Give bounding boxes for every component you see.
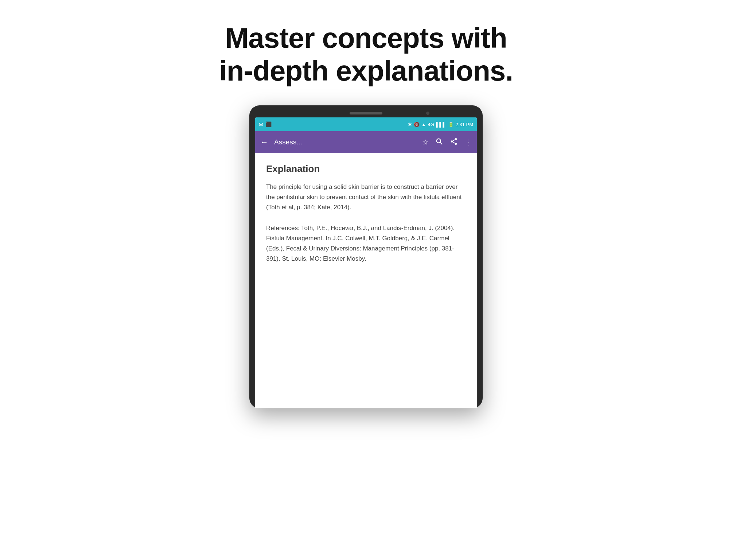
- tablet-camera: [426, 112, 429, 115]
- content-area: Explanation The principle for using a so…: [255, 153, 477, 408]
- wifi-icon: ▲: [421, 122, 426, 127]
- star-button[interactable]: ☆: [422, 138, 429, 147]
- bars-icon: ▌▌▌: [436, 122, 446, 127]
- explanation-body: The principle for using a solid skin bar…: [266, 182, 466, 213]
- mute-icon: 🔇: [414, 122, 420, 127]
- app-bar-icons: ☆ ⋮: [422, 137, 472, 147]
- back-button[interactable]: ←: [260, 137, 268, 147]
- status-bar-left: ✉ ⬛: [259, 121, 272, 127]
- share-button[interactable]: [450, 137, 458, 147]
- bluetooth-icon: ✱: [408, 122, 412, 127]
- search-button[interactable]: [435, 137, 443, 147]
- image-icon: ⬛: [265, 121, 272, 127]
- page-title: Master concepts with in-depth explanatio…: [219, 22, 513, 87]
- tablet-device: ✉ ⬛ ✱ 🔇 ▲ 4G ▌▌▌ 🔋 2:31 PM ← Assess... ☆: [249, 105, 483, 408]
- svg-line-1: [440, 142, 442, 144]
- signal-icon: 4G: [428, 122, 434, 127]
- status-bar: ✉ ⬛ ✱ 🔇 ▲ 4G ▌▌▌ 🔋 2:31 PM: [255, 117, 477, 131]
- tablet-screen: ✉ ⬛ ✱ 🔇 ▲ 4G ▌▌▌ 🔋 2:31 PM ← Assess... ☆: [255, 117, 477, 408]
- references-body: References: Toth, P.E., Hocevar, B.J., a…: [266, 223, 466, 264]
- svg-line-6: [453, 140, 455, 141]
- svg-line-5: [453, 142, 455, 143]
- app-bar: ← Assess... ☆: [255, 131, 477, 153]
- tablet-speaker: [350, 112, 382, 114]
- tablet-top-bar: [255, 112, 477, 114]
- more-button[interactable]: ⋮: [464, 138, 472, 147]
- status-bar-right: ✱ 🔇 ▲ 4G ▌▌▌ 🔋 2:31 PM: [408, 122, 473, 127]
- clock: 2:31 PM: [456, 122, 473, 127]
- svg-point-3: [451, 140, 453, 143]
- svg-point-4: [455, 143, 457, 145]
- svg-point-2: [455, 138, 457, 140]
- app-bar-title: Assess...: [274, 138, 416, 146]
- battery-icon: 🔋: [448, 122, 454, 127]
- explanation-heading: Explanation: [266, 163, 466, 175]
- mail-icon: ✉: [259, 121, 263, 127]
